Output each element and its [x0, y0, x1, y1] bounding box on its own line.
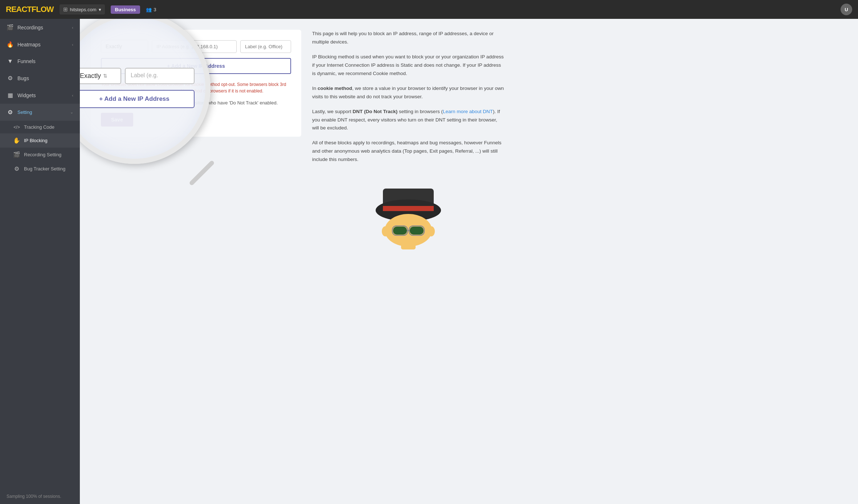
sidebar-sub-label: Tracking Code	[24, 124, 54, 130]
cookie-method-bold: cookie method	[318, 86, 352, 91]
funnels-icon: ▼	[7, 58, 14, 65]
sidebar-item-recordings[interactable]: 🎬 Recordings ‹	[0, 19, 80, 36]
sidebar-item-recording-setting[interactable]: 🎬 Recording Setting	[0, 148, 80, 162]
users-count: 3	[154, 7, 156, 12]
info-p2: IP Blocking method is used when you want…	[312, 53, 504, 78]
match-type-select[interactable]: Exactly Starts with Ends with Contains	[101, 40, 148, 53]
dnt-label: Respect DNT settings and do not track vi…	[109, 100, 278, 106]
ip-panel: Exactly Starts with Ends with Contains +…	[91, 30, 301, 137]
users-badge: 👥 3	[146, 7, 156, 12]
info-panel: This page is will help you to block an I…	[301, 30, 504, 257]
chevron-right-icon: ‹	[72, 42, 73, 47]
info-p4: Lastly, we support DNT (Do Not Track) se…	[312, 108, 504, 133]
hat-illustration	[365, 178, 452, 250]
setting-icon: ⚙	[7, 109, 14, 116]
sidebar-item-bugs[interactable]: ⚙ Bugs	[0, 70, 80, 87]
sidebar-item-funnels[interactable]: ▼ Funnels	[0, 53, 80, 70]
chevron-down-icon: ▾	[99, 7, 101, 12]
sidebar-item-label: Setting	[17, 110, 32, 115]
dnt-learn-more-link[interactable]: Learn more about DNT	[443, 109, 493, 114]
ip-address-input[interactable]	[152, 40, 237, 53]
save-button[interactable]: Save	[101, 113, 133, 127]
info-p3: In cookie method, we store a value in yo…	[312, 84, 504, 101]
svg-rect-12	[401, 244, 416, 249]
sidebar-item-label: Funnels	[17, 58, 36, 64]
dnt-bold: DNT (Do Not Track)	[353, 109, 398, 114]
sidebar: 🎬 Recordings ‹ 🔥 Heatmaps ‹ ▼ Funnels ⚙ …	[0, 19, 80, 504]
widgets-icon: ▦	[7, 92, 14, 99]
dnt-row: Respect DNT settings and do not track vi…	[101, 100, 291, 106]
sidebar-item-label: Recordings	[17, 25, 43, 30]
cookie-warning-text: Your browser does not allow cross-browse…	[101, 81, 291, 94]
chevron-right-icon: ‹	[72, 93, 73, 98]
site-icon: ⊞	[63, 6, 68, 13]
tracking-code-icon: </>	[13, 125, 20, 130]
sidebar-item-setting[interactable]: ⚙ Setting ⌄	[0, 104, 80, 121]
sidebar-item-widgets[interactable]: ▦ Widgets ‹	[0, 87, 80, 104]
plan-badge: Business	[111, 5, 140, 14]
add-ip-button[interactable]: + Add a New IP Address	[101, 58, 291, 74]
sidebar-item-ip-blocking[interactable]: ✋ IP Blocking	[0, 133, 80, 148]
logo-flow: FLOW	[32, 5, 54, 14]
svg-rect-3	[383, 206, 434, 211]
info-p1: This page is will help you to block an I…	[312, 30, 504, 46]
chevron-right-icon: ‹	[72, 25, 73, 30]
content-area: Exactly Starts with Ends with Contains +…	[91, 30, 301, 257]
sidebar-item-label: Widgets	[17, 92, 36, 98]
sidebar-sub-label: IP Blocking	[24, 138, 48, 143]
ip-input-row: Exactly Starts with Ends with Contains	[101, 40, 291, 53]
magnify-handle	[189, 160, 215, 186]
sidebar-item-tracking-code[interactable]: </> Tracking Code	[0, 121, 80, 133]
bugs-icon: ⚙	[7, 75, 14, 82]
sidebar-item-heatmaps[interactable]: 🔥 Heatmaps ‹	[0, 36, 80, 53]
recording-setting-icon: 🎬	[13, 151, 20, 158]
dnt-checkbox[interactable]	[101, 101, 106, 106]
avatar[interactable]: U	[841, 4, 852, 15]
recordings-icon: 🎬	[7, 24, 14, 31]
logo-react: REACT	[6, 5, 32, 14]
sidebar-sub-label: Recording Setting	[24, 152, 61, 157]
top-navigation: REACTFLOW ⊞ hitsteps.com ▾ Business 👥 3 …	[0, 0, 858, 19]
main-content: Exactly Starts with Ends with Contains +…	[80, 19, 858, 504]
sidebar-item-label: Bugs	[17, 75, 29, 81]
chevron-down-icon: ⌄	[70, 110, 73, 115]
bug-tracker-setting-icon: ⚙	[13, 165, 20, 172]
svg-point-11	[428, 226, 435, 236]
app-body: 🎬 Recordings ‹ 🔥 Heatmaps ‹ ▼ Funnels ⚙ …	[0, 19, 858, 504]
site-name: hitsteps.com	[70, 7, 97, 12]
app-logo: REACTFLOW	[6, 5, 54, 14]
ip-blocking-icon: ✋	[13, 137, 20, 144]
sidebar-item-bug-tracker-setting[interactable]: ⚙ Bug Tracker Setting	[0, 162, 80, 176]
hat-illustration-area	[312, 170, 504, 257]
svg-rect-5	[393, 227, 407, 235]
content-wrapper: Exactly Starts with Ends with Contains +…	[80, 19, 515, 268]
info-p5: All of these blocks apply to recordings,…	[312, 139, 504, 164]
svg-point-10	[382, 226, 389, 236]
sampling-info: Sampling 100% of sessions.	[0, 489, 80, 504]
users-icon: 👥	[146, 7, 152, 12]
topnav-right: U	[841, 4, 852, 15]
site-selector[interactable]: ⊞ hitsteps.com ▾	[60, 4, 105, 15]
svg-rect-6	[410, 227, 424, 235]
label-input[interactable]	[240, 40, 291, 53]
heatmaps-icon: 🔥	[7, 41, 14, 48]
sidebar-sub-label: Bug Tracker Setting	[24, 166, 65, 172]
sidebar-item-label: Heatmaps	[17, 42, 41, 47]
